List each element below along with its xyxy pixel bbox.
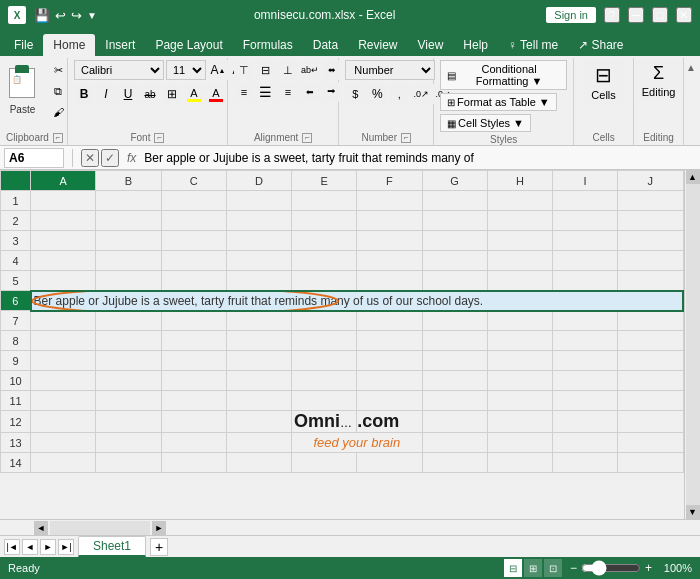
cell-G9[interactable]	[422, 351, 487, 371]
cell-E11[interactable]	[292, 391, 357, 411]
sheet-last-button[interactable]: ►|	[58, 539, 74, 555]
zoom-in-button[interactable]: +	[645, 561, 652, 575]
font-expand[interactable]: ⌐	[154, 133, 164, 143]
cell-E2[interactable]	[292, 211, 357, 231]
col-header-C[interactable]: C	[161, 171, 226, 191]
conditional-formatting-button[interactable]: ▤ Conditional Formatting ▼	[440, 60, 567, 90]
align-middle-button[interactable]: ⊟	[256, 60, 276, 80]
zoom-slider[interactable]	[581, 560, 641, 576]
accounting-format-button[interactable]: $	[345, 84, 365, 104]
cell-E4[interactable]	[292, 251, 357, 271]
cell-F14[interactable]	[357, 453, 422, 473]
cell-A7[interactable]	[31, 311, 96, 331]
cell-H4[interactable]	[487, 251, 552, 271]
cell-F4[interactable]	[357, 251, 422, 271]
cell-A1[interactable]	[31, 191, 96, 211]
tab-help[interactable]: Help	[453, 34, 498, 56]
col-header-D[interactable]: D	[226, 171, 291, 191]
cell-I1[interactable]	[552, 191, 617, 211]
page-layout-view-button[interactable]: ⊞	[524, 559, 542, 577]
align-right-button[interactable]: ≡	[278, 82, 298, 102]
cell-B14[interactable]	[96, 453, 161, 473]
cell-G3[interactable]	[422, 231, 487, 251]
cell-G2[interactable]	[422, 211, 487, 231]
cell-D1[interactable]	[226, 191, 291, 211]
clipboard-expand[interactable]: ⌐	[53, 133, 63, 143]
cell-C9[interactable]	[161, 351, 226, 371]
cells-button[interactable]: ⊟ Cells	[584, 60, 622, 104]
quick-access-dropdown[interactable]: ▼	[85, 8, 99, 23]
cell-C2[interactable]	[161, 211, 226, 231]
tab-formulas[interactable]: Formulas	[233, 34, 303, 56]
cell-A6[interactable]: Ber apple or Jujube is a sweet, tarty fr…	[31, 291, 683, 311]
page-break-view-button[interactable]: ⊡	[544, 559, 562, 577]
col-header-A[interactable]: A	[31, 171, 96, 191]
fill-color-button[interactable]: A	[184, 84, 204, 104]
cell-I14[interactable]	[552, 453, 617, 473]
cell-H9[interactable]	[487, 351, 552, 371]
cell-A12[interactable]	[31, 411, 96, 433]
cell-F9[interactable]	[357, 351, 422, 371]
cell-B5[interactable]	[96, 271, 161, 291]
cell-G5[interactable]	[422, 271, 487, 291]
alignment-expand[interactable]: ⌐	[302, 133, 312, 143]
formula-input[interactable]	[144, 151, 696, 165]
scroll-up-button[interactable]: ▲	[686, 170, 700, 184]
cell-C1[interactable]	[161, 191, 226, 211]
cell-E3[interactable]	[292, 231, 357, 251]
col-header-I[interactable]: I	[552, 171, 617, 191]
cell-D3[interactable]	[226, 231, 291, 251]
align-bottom-button[interactable]: ⊥	[278, 60, 298, 80]
vertical-scrollbar[interactable]: ▲ ▼	[684, 170, 700, 519]
tab-insert[interactable]: Insert	[95, 34, 145, 56]
decrease-indent-button[interactable]: ⬅	[300, 82, 320, 102]
new-sheet-button[interactable]: +	[150, 538, 168, 556]
align-center-button[interactable]: ☰	[256, 82, 276, 102]
cell-I3[interactable]	[552, 231, 617, 251]
cell-H12[interactable]	[487, 411, 552, 433]
cell-A3[interactable]	[31, 231, 96, 251]
cell-B9[interactable]	[96, 351, 161, 371]
cell-J13[interactable]	[618, 433, 683, 453]
cell-B13[interactable]	[96, 433, 161, 453]
cell-B12[interactable]	[96, 411, 161, 433]
cell-I7[interactable]	[552, 311, 617, 331]
cell-E12[interactable]: OmniSecu	[292, 411, 357, 433]
cell-D12[interactable]	[226, 411, 291, 433]
number-format-select[interactable]: Number General Currency	[345, 60, 435, 80]
cell-H8[interactable]	[487, 331, 552, 351]
sheet-first-button[interactable]: |◄	[4, 539, 20, 555]
cell-J8[interactable]	[618, 331, 683, 351]
scroll-left-button[interactable]: ◄	[34, 521, 48, 535]
cell-E14[interactable]	[292, 453, 357, 473]
cell-H13[interactable]	[487, 433, 552, 453]
strikethrough-button[interactable]: ab	[140, 84, 160, 104]
maximize-button[interactable]: □	[652, 7, 668, 23]
cell-C14[interactable]	[161, 453, 226, 473]
cell-A8[interactable]	[31, 331, 96, 351]
number-expand[interactable]: ⌐	[401, 133, 411, 143]
cell-H10[interactable]	[487, 371, 552, 391]
minimize-button[interactable]: ─	[628, 7, 644, 23]
cell-E5[interactable]	[292, 271, 357, 291]
editing-button[interactable]: Σ Editing	[635, 60, 683, 101]
font-color-button[interactable]: A	[206, 84, 226, 104]
scroll-down-button[interactable]: ▼	[686, 505, 700, 519]
cell-B1[interactable]	[96, 191, 161, 211]
cell-D8[interactable]	[226, 331, 291, 351]
cell-E9[interactable]	[292, 351, 357, 371]
cell-A4[interactable]	[31, 251, 96, 271]
undo-button[interactable]: ↩	[53, 6, 68, 25]
increase-decimal-button[interactable]: .0↗	[411, 84, 431, 104]
cell-D2[interactable]	[226, 211, 291, 231]
col-header-F[interactable]: F	[357, 171, 422, 191]
cell-H3[interactable]	[487, 231, 552, 251]
cell-I11[interactable]	[552, 391, 617, 411]
italic-button[interactable]: I	[96, 84, 116, 104]
cell-E10[interactable]	[292, 371, 357, 391]
cell-reference-input[interactable]	[4, 148, 64, 168]
ribbon-collapse[interactable]: ▲	[684, 58, 698, 145]
cell-J5[interactable]	[618, 271, 683, 291]
cell-H1[interactable]	[487, 191, 552, 211]
tab-home[interactable]: Home	[43, 34, 95, 56]
